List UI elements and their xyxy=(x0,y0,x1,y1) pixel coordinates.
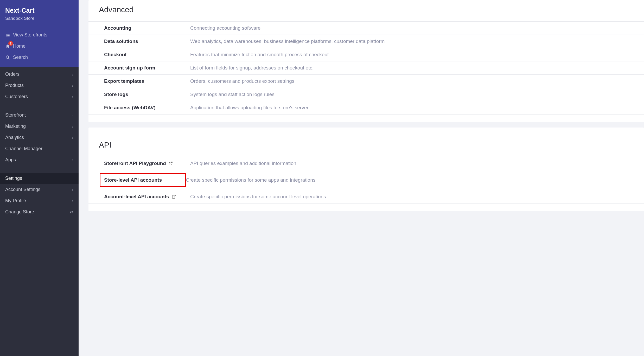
main-content: Advanced Accounting Connecting accountin… xyxy=(79,0,644,356)
sidebar-item-label: Change Store xyxy=(5,209,34,215)
sidebar-item-customers[interactable]: Customers › xyxy=(0,91,79,102)
setting-label: File access (WebDAV) xyxy=(104,105,190,111)
sidebar-item-label: My Profile xyxy=(5,198,26,204)
setting-desc: Create specific permissions for some acc… xyxy=(190,194,326,200)
setting-desc: Connecting accounting software xyxy=(190,25,260,31)
sidebar-item-products[interactable]: Products › xyxy=(0,80,79,91)
chevron-right-icon: › xyxy=(72,124,73,129)
store-icon xyxy=(5,33,13,38)
setting-row-checkout[interactable]: Checkout Features that minimize friction… xyxy=(88,48,644,61)
sidebar-item-label: Analytics xyxy=(5,135,24,140)
setting-desc: System logs and staff action logs rules xyxy=(190,92,275,97)
sidebar: Next-Cart Sandbox Store View Storefronts… xyxy=(0,0,79,356)
setting-label: Storefront API Playground xyxy=(104,161,190,166)
sidebar-item-label: Orders xyxy=(5,72,20,77)
sidebar-item-label: Storefront xyxy=(5,112,26,118)
setting-row-store-logs[interactable]: Store logs System logs and staff action … xyxy=(88,88,644,101)
setting-desc: Features that minimize friction and smoo… xyxy=(190,52,329,58)
sidebar-item-label: Settings xyxy=(5,176,22,181)
sidebar-item-label: Channel Manager xyxy=(5,146,42,151)
chevron-right-icon: › xyxy=(72,158,73,162)
setting-label: Export templates xyxy=(104,78,190,84)
setting-label: Checkout xyxy=(104,52,190,58)
setting-label: Account sign up form xyxy=(104,65,190,71)
setting-label: Account-level API accounts xyxy=(104,194,190,200)
chevron-right-icon: › xyxy=(72,135,73,140)
sidebar-item-label: Home xyxy=(13,43,25,49)
api-section: API Storefront API Playground API querie… xyxy=(88,128,644,211)
section-title-advanced: Advanced xyxy=(88,0,644,21)
sidebar-item-apps[interactable]: Apps › xyxy=(0,154,79,166)
sidebar-item-my-profile[interactable]: My Profile › xyxy=(0,195,79,206)
sidebar-item-marketing[interactable]: Marketing › xyxy=(0,121,79,132)
setting-desc: List of form fields for signup, addresse… xyxy=(190,65,314,71)
svg-point-0 xyxy=(6,56,9,58)
sidebar-item-label: Search xyxy=(13,55,28,60)
setting-label: Data solutions xyxy=(104,39,190,44)
setting-label: Accounting xyxy=(104,25,190,31)
swap-icon: ⇄ xyxy=(70,210,73,214)
svg-line-1 xyxy=(9,58,10,59)
setting-desc: Create specific permissions for some app… xyxy=(186,177,315,183)
setting-row-file-access-webdav[interactable]: File access (WebDAV) Application that al… xyxy=(88,101,644,115)
chevron-right-icon: › xyxy=(72,83,73,88)
chevron-right-icon: › xyxy=(72,94,73,99)
setting-label: Store logs xyxy=(104,92,190,97)
chevron-right-icon: › xyxy=(72,187,73,192)
brand-title: Next-Cart xyxy=(5,7,73,14)
sidebar-item-home[interactable]: 2 Home xyxy=(0,41,79,52)
sidebar-item-settings[interactable]: Settings xyxy=(0,173,79,184)
notification-badge: 2 xyxy=(8,41,13,46)
setting-desc: Web analytics, data warehouses, business… xyxy=(190,39,385,44)
sidebar-item-analytics[interactable]: Analytics › xyxy=(0,132,79,143)
setting-desc: API queries examples and additional info… xyxy=(190,161,296,166)
external-link-icon xyxy=(172,195,176,199)
sidebar-item-label: Account Settings xyxy=(5,187,40,192)
sidebar-item-label: Products xyxy=(5,83,24,88)
sidebar-item-view-storefronts[interactable]: View Storefronts xyxy=(0,29,79,41)
sidebar-item-change-store[interactable]: Change Store ⇄ xyxy=(0,206,79,218)
advanced-section: Advanced Accounting Connecting accountin… xyxy=(88,0,644,122)
setting-row-export-templates[interactable]: Export templates Orders, customers and p… xyxy=(88,75,644,88)
sidebar-nav: Orders › Products › Customers › Storefro… xyxy=(0,67,79,356)
chevron-right-icon: › xyxy=(72,72,73,77)
setting-label: Store-level API accounts xyxy=(100,173,186,187)
setting-desc: Orders, customers and products export se… xyxy=(190,78,294,84)
sidebar-header: Next-Cart Sandbox Store xyxy=(0,0,79,24)
sidebar-item-label: Marketing xyxy=(5,124,26,129)
search-icon xyxy=(5,55,13,60)
sidebar-item-label: Apps xyxy=(5,157,16,163)
sidebar-item-storefront[interactable]: Storefront › xyxy=(0,110,79,121)
chevron-right-icon: › xyxy=(72,199,73,203)
sidebar-item-label: View Storefronts xyxy=(13,32,47,38)
setting-row-data-solutions[interactable]: Data solutions Web analytics, data wareh… xyxy=(88,35,644,48)
external-link-icon xyxy=(169,161,173,166)
setting-row-store-level-api-accounts[interactable]: Store-level API accounts Create specific… xyxy=(88,170,644,190)
sidebar-item-orders[interactable]: Orders › xyxy=(0,69,79,80)
sidebar-primary-nav: View Storefronts 2 Home Search xyxy=(0,24,79,67)
store-name: Sandbox Store xyxy=(5,16,73,21)
chevron-right-icon: › xyxy=(72,113,73,117)
sidebar-item-account-settings[interactable]: Account Settings › xyxy=(0,184,79,195)
sidebar-item-label: Customers xyxy=(5,94,28,99)
sidebar-item-search[interactable]: Search xyxy=(0,52,79,63)
sidebar-item-channel-manager[interactable]: Channel Manager xyxy=(0,143,79,154)
section-title-api: API xyxy=(88,128,644,157)
setting-row-account-level-api-accounts[interactable]: Account-level API accounts Create specif… xyxy=(88,190,644,204)
setting-row-account-signup-form[interactable]: Account sign up form List of form fields… xyxy=(88,61,644,75)
setting-desc: Application that allows uploading files … xyxy=(190,105,309,111)
setting-row-accounting[interactable]: Accounting Connecting accounting softwar… xyxy=(88,21,644,35)
setting-row-storefront-api-playground[interactable]: Storefront API Playground API queries ex… xyxy=(88,157,644,170)
